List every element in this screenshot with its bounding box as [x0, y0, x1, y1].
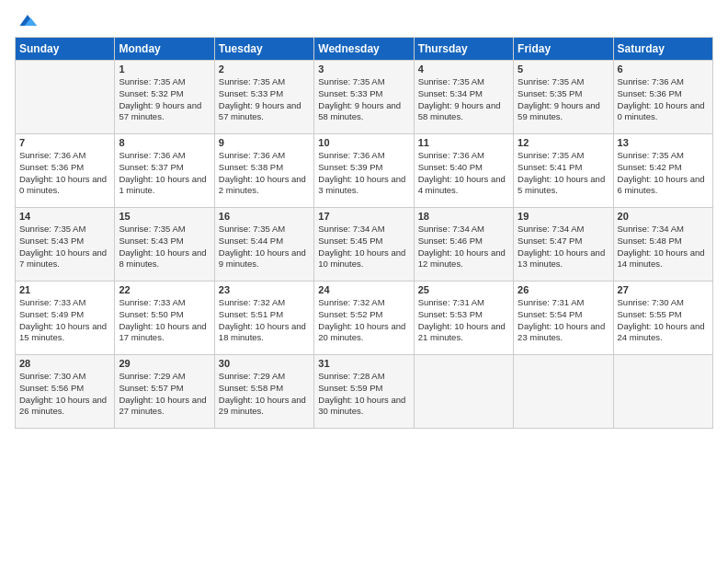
- calendar-cell: 15Sunrise: 7:35 AMSunset: 5:43 PMDayligh…: [115, 208, 214, 282]
- day-number: 28: [19, 358, 110, 369]
- cell-info: Sunrise: 7:34 AMSunset: 5:47 PMDaylight:…: [518, 224, 609, 270]
- day-number: 9: [219, 137, 310, 148]
- cell-info: Sunrise: 7:33 AMSunset: 5:49 PMDaylight:…: [19, 297, 110, 344]
- calendar-cell: 24Sunrise: 7:32 AMSunset: 5:52 PMDayligh…: [314, 282, 414, 355]
- calendar-table: SundayMondayTuesdayWednesdayThursdayFrid…: [15, 37, 713, 429]
- calendar-cell: 29Sunrise: 7:29 AMSunset: 5:57 PMDayligh…: [115, 355, 214, 429]
- week-row-2: 7Sunrise: 7:36 AMSunset: 5:36 PMDaylight…: [16, 134, 713, 208]
- day-number: 21: [19, 284, 110, 295]
- day-number: 13: [618, 137, 709, 148]
- day-number: 20: [618, 211, 709, 222]
- cell-info: Sunrise: 7:34 AMSunset: 5:46 PMDaylight:…: [418, 224, 509, 270]
- cell-info: Sunrise: 7:36 AMSunset: 5:39 PMDaylight:…: [318, 150, 409, 197]
- week-row-5: 28Sunrise: 7:30 AMSunset: 5:56 PMDayligh…: [16, 355, 713, 429]
- cell-info: Sunrise: 7:31 AMSunset: 5:54 PMDaylight:…: [518, 297, 609, 344]
- week-row-3: 14Sunrise: 7:35 AMSunset: 5:43 PMDayligh…: [16, 208, 713, 282]
- calendar-cell: 27Sunrise: 7:30 AMSunset: 5:55 PMDayligh…: [613, 282, 712, 355]
- cell-info: Sunrise: 7:30 AMSunset: 5:56 PMDaylight:…: [19, 371, 110, 418]
- day-number: 24: [318, 284, 409, 295]
- day-number: 31: [318, 358, 409, 369]
- cell-info: Sunrise: 7:35 AMSunset: 5:42 PMDaylight:…: [618, 150, 709, 197]
- day-number: 16: [219, 211, 310, 222]
- calendar-cell: 10Sunrise: 7:36 AMSunset: 5:39 PMDayligh…: [314, 134, 414, 208]
- day-number: 27: [618, 284, 709, 295]
- cell-info: Sunrise: 7:36 AMSunset: 5:38 PMDaylight:…: [219, 150, 310, 197]
- calendar-cell: 21Sunrise: 7:33 AMSunset: 5:49 PMDayligh…: [16, 282, 115, 355]
- day-number: 18: [418, 211, 509, 222]
- calendar-cell: 3Sunrise: 7:35 AMSunset: 5:33 PMDaylight…: [314, 61, 414, 134]
- cell-info: Sunrise: 7:36 AMSunset: 5:40 PMDaylight:…: [418, 150, 509, 197]
- cell-info: Sunrise: 7:33 AMSunset: 5:50 PMDaylight:…: [119, 297, 210, 344]
- cell-info: Sunrise: 7:32 AMSunset: 5:52 PMDaylight:…: [318, 297, 409, 344]
- calendar-cell: [16, 61, 115, 134]
- day-number: 5: [518, 63, 609, 75]
- cell-info: Sunrise: 7:30 AMSunset: 5:55 PMDaylight:…: [618, 297, 709, 344]
- calendar-cell: 9Sunrise: 7:36 AMSunset: 5:38 PMDaylight…: [214, 134, 313, 208]
- day-number: 25: [418, 284, 509, 295]
- day-number: 15: [119, 211, 210, 222]
- calendar-cell: 4Sunrise: 7:35 AMSunset: 5:34 PMDaylight…: [414, 61, 513, 134]
- calendar-cell: 25Sunrise: 7:31 AMSunset: 5:53 PMDayligh…: [414, 282, 513, 355]
- calendar-cell: 28Sunrise: 7:30 AMSunset: 5:56 PMDayligh…: [16, 355, 115, 429]
- day-number: 8: [119, 137, 210, 148]
- day-number: 2: [219, 63, 310, 75]
- cell-info: Sunrise: 7:36 AMSunset: 5:37 PMDaylight:…: [119, 150, 210, 197]
- col-header-wednesday: Wednesday: [314, 38, 414, 61]
- day-number: 14: [19, 211, 110, 222]
- calendar-cell: 20Sunrise: 7:34 AMSunset: 5:48 PMDayligh…: [613, 208, 712, 282]
- day-number: 30: [219, 358, 310, 369]
- cell-info: Sunrise: 7:32 AMSunset: 5:51 PMDaylight:…: [219, 297, 310, 344]
- calendar-cell: 16Sunrise: 7:35 AMSunset: 5:44 PMDayligh…: [214, 208, 313, 282]
- day-number: 11: [418, 137, 509, 148]
- cell-info: Sunrise: 7:35 AMSunset: 5:44 PMDaylight:…: [219, 224, 310, 270]
- calendar-cell: 12Sunrise: 7:35 AMSunset: 5:41 PMDayligh…: [514, 134, 613, 208]
- calendar-cell: 11Sunrise: 7:36 AMSunset: 5:40 PMDayligh…: [414, 134, 513, 208]
- cell-info: Sunrise: 7:36 AMSunset: 5:36 PMDaylight:…: [19, 150, 110, 197]
- calendar-header: [15, 11, 713, 29]
- cell-info: Sunrise: 7:34 AMSunset: 5:48 PMDaylight:…: [618, 224, 709, 270]
- day-number: 29: [119, 358, 210, 369]
- calendar-cell: 13Sunrise: 7:35 AMSunset: 5:42 PMDayligh…: [613, 134, 712, 208]
- calendar-container: SundayMondayTuesdayWednesdayThursdayFrid…: [0, 0, 728, 436]
- calendar-cell: 31Sunrise: 7:28 AMSunset: 5:59 PMDayligh…: [314, 355, 414, 429]
- day-number: 17: [318, 211, 409, 222]
- calendar-cell: 7Sunrise: 7:36 AMSunset: 5:36 PMDaylight…: [16, 134, 115, 208]
- col-header-thursday: Thursday: [414, 38, 513, 61]
- day-number: 22: [119, 284, 210, 295]
- calendar-cell: 19Sunrise: 7:34 AMSunset: 5:47 PMDayligh…: [514, 208, 613, 282]
- cell-info: Sunrise: 7:29 AMSunset: 5:57 PMDaylight:…: [119, 371, 210, 418]
- cell-info: Sunrise: 7:31 AMSunset: 5:53 PMDaylight:…: [418, 297, 509, 344]
- header-row: SundayMondayTuesdayWednesdayThursdayFrid…: [16, 38, 713, 61]
- cell-info: Sunrise: 7:35 AMSunset: 5:32 PMDaylight:…: [119, 76, 210, 123]
- logo-icon: [17, 11, 39, 29]
- cell-info: Sunrise: 7:35 AMSunset: 5:34 PMDaylight:…: [418, 76, 509, 123]
- calendar-cell: [514, 355, 613, 429]
- week-row-4: 21Sunrise: 7:33 AMSunset: 5:49 PMDayligh…: [16, 282, 713, 355]
- calendar-cell: 8Sunrise: 7:36 AMSunset: 5:37 PMDaylight…: [115, 134, 214, 208]
- cell-info: Sunrise: 7:35 AMSunset: 5:43 PMDaylight:…: [19, 224, 110, 270]
- cell-info: Sunrise: 7:29 AMSunset: 5:58 PMDaylight:…: [219, 371, 310, 418]
- calendar-cell: 14Sunrise: 7:35 AMSunset: 5:43 PMDayligh…: [16, 208, 115, 282]
- calendar-cell: 26Sunrise: 7:31 AMSunset: 5:54 PMDayligh…: [514, 282, 613, 355]
- calendar-cell: 18Sunrise: 7:34 AMSunset: 5:46 PMDayligh…: [414, 208, 513, 282]
- cell-info: Sunrise: 7:35 AMSunset: 5:43 PMDaylight:…: [119, 224, 210, 270]
- day-number: 7: [19, 137, 110, 148]
- calendar-cell: 1Sunrise: 7:35 AMSunset: 5:32 PMDaylight…: [115, 61, 214, 134]
- calendar-cell: 22Sunrise: 7:33 AMSunset: 5:50 PMDayligh…: [115, 282, 214, 355]
- cell-info: Sunrise: 7:36 AMSunset: 5:36 PMDaylight:…: [618, 76, 709, 123]
- calendar-cell: 2Sunrise: 7:35 AMSunset: 5:33 PMDaylight…: [214, 61, 313, 134]
- col-header-saturday: Saturday: [613, 38, 712, 61]
- week-row-1: 1Sunrise: 7:35 AMSunset: 5:32 PMDaylight…: [16, 61, 713, 134]
- day-number: 26: [518, 284, 609, 295]
- day-number: 10: [318, 137, 409, 148]
- calendar-cell: 17Sunrise: 7:34 AMSunset: 5:45 PMDayligh…: [314, 208, 414, 282]
- calendar-cell: [613, 355, 712, 429]
- cell-info: Sunrise: 7:34 AMSunset: 5:45 PMDaylight:…: [318, 224, 409, 270]
- logo: [15, 11, 39, 29]
- cell-info: Sunrise: 7:35 AMSunset: 5:41 PMDaylight:…: [518, 150, 609, 197]
- day-number: 6: [618, 63, 709, 75]
- col-header-monday: Monday: [115, 38, 214, 61]
- day-number: 3: [318, 63, 409, 75]
- calendar-cell: 5Sunrise: 7:35 AMSunset: 5:35 PMDaylight…: [514, 61, 613, 134]
- day-number: 19: [518, 211, 609, 222]
